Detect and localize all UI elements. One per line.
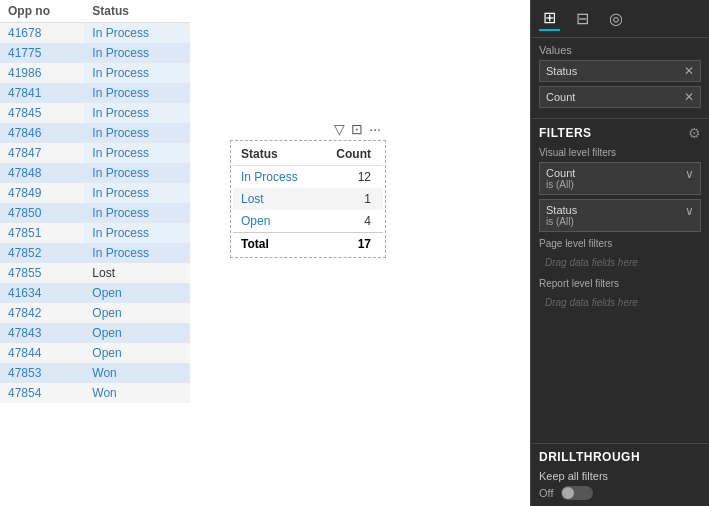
toggle-off-label: Off	[539, 487, 553, 499]
values-label: Values	[539, 44, 701, 56]
opp-no: 47846	[0, 123, 84, 143]
status-cell: In Process	[84, 43, 190, 63]
expand-icon[interactable]: ⊡	[351, 121, 363, 137]
status-cell: Open	[84, 323, 190, 343]
filters-settings-icon[interactable]: ⚙	[688, 125, 701, 141]
summary-count: 12	[321, 166, 383, 189]
status-cell: In Process	[84, 143, 190, 163]
opp-no: 41634	[0, 283, 84, 303]
summary-count: 4	[321, 210, 383, 233]
status-cell: In Process	[84, 243, 190, 263]
filters-title: FILTERS	[539, 126, 592, 140]
summary-status: Open	[233, 210, 321, 233]
status-cell: Open	[84, 283, 190, 303]
status-cell: In Process	[84, 63, 190, 83]
col-status: Status	[84, 0, 190, 23]
status-cell: Lost	[84, 263, 190, 283]
opp-no: 47848	[0, 163, 84, 183]
opp-no: 47850	[0, 203, 84, 223]
opp-no: 47853	[0, 363, 84, 383]
status-cell: In Process	[84, 103, 190, 123]
summary-status: In Process	[233, 166, 321, 189]
count-filter-chevron: ∨	[685, 167, 694, 181]
filters-header: FILTERS ⚙	[539, 125, 701, 141]
status-cell: Open	[84, 303, 190, 323]
top-icons-bar: ⊞ ⊟ ◎	[531, 0, 709, 38]
right-panel: ⊞ ⊟ ◎ Values Status ✕ Count ✕ FILTERS ⚙ …	[530, 0, 709, 506]
filters-section: FILTERS ⚙ Visual level filters Count is …	[531, 119, 709, 443]
summary-table-container: ▽ ⊡ ··· Status Count In Process12Lost1Op…	[230, 140, 386, 258]
opp-no: 47851	[0, 223, 84, 243]
count-filter-name: Count	[546, 167, 575, 179]
status-cell: In Process	[84, 123, 190, 143]
count-filter-item[interactable]: Count is (All) ∨	[539, 162, 701, 195]
summary-total-value: 17	[321, 233, 383, 256]
summary-inner-table: Status Count In Process12Lost1Open4Total…	[233, 143, 383, 255]
analytics-icon[interactable]: ◎	[605, 7, 627, 30]
status-pill-x[interactable]: ✕	[684, 64, 694, 78]
count-pill-label: Count	[546, 91, 575, 103]
count-filter-val: is (All)	[546, 179, 575, 190]
status-cell: In Process	[84, 83, 190, 103]
visual-level-label: Visual level filters	[539, 147, 701, 158]
page-drag-area: Drag data fields here	[539, 253, 701, 272]
status-cell: In Process	[84, 163, 190, 183]
summary-total-label: Total	[233, 233, 321, 256]
table-view-icon[interactable]: ⊞	[539, 6, 560, 31]
col-opp-no: Opp no	[0, 0, 84, 23]
status-cell: In Process	[84, 223, 190, 243]
opp-no: 47852	[0, 243, 84, 263]
opp-no: 47855	[0, 263, 84, 283]
status-cell: Won	[84, 363, 190, 383]
report-level-label: Report level filters	[539, 278, 701, 289]
status-cell: Open	[84, 343, 190, 363]
opp-no: 47847	[0, 143, 84, 163]
opp-no: 47845	[0, 103, 84, 123]
keep-filters-toggle[interactable]	[561, 486, 593, 500]
left-panel: Opp no Status 41678In Process41775In Pro…	[0, 0, 530, 506]
drillthrough-title: DRILLTHROUGH	[539, 450, 701, 464]
more-options-icon[interactable]: ···	[369, 121, 381, 137]
summary-col-count: Count	[321, 143, 383, 166]
status-pill-label: Status	[546, 65, 577, 77]
keep-filters-label: Keep all filters	[539, 470, 701, 482]
filter-icon[interactable]: ▽	[334, 121, 345, 137]
report-drag-area: Drag data fields here	[539, 293, 701, 312]
status-filter-val: is (All)	[546, 216, 577, 227]
opp-no: 41775	[0, 43, 84, 63]
values-section: Values Status ✕ Count ✕	[531, 38, 709, 119]
toggle-row: Off	[539, 486, 701, 500]
status-filter-name: Status	[546, 204, 577, 216]
status-cell: In Process	[84, 203, 190, 223]
status-cell: Won	[84, 383, 190, 403]
status-filter-chevron: ∨	[685, 204, 694, 218]
summary-status: Lost	[233, 188, 321, 210]
opp-no: 47842	[0, 303, 84, 323]
count-pill[interactable]: Count ✕	[539, 86, 701, 108]
opp-no: 41986	[0, 63, 84, 83]
summary-count: 1	[321, 188, 383, 210]
summary-col-status: Status	[233, 143, 321, 166]
funnel-icon[interactable]: ⊟	[572, 7, 593, 30]
status-filter-item[interactable]: Status is (All) ∨	[539, 199, 701, 232]
opp-no: 47849	[0, 183, 84, 203]
opp-no: 47841	[0, 83, 84, 103]
data-table: Opp no Status 41678In Process41775In Pro…	[0, 0, 190, 403]
opp-no: 47844	[0, 343, 84, 363]
opp-no: 47854	[0, 383, 84, 403]
count-pill-x[interactable]: ✕	[684, 90, 694, 104]
toggle-thumb	[562, 487, 574, 499]
opp-no: 41678	[0, 23, 84, 44]
drillthrough-section: DRILLTHROUGH Keep all filters Off	[531, 443, 709, 506]
status-cell: In Process	[84, 183, 190, 203]
status-cell: In Process	[84, 23, 190, 44]
opp-no: 47843	[0, 323, 84, 343]
page-level-label: Page level filters	[539, 238, 701, 249]
status-pill[interactable]: Status ✕	[539, 60, 701, 82]
summary-toolbar: ▽ ⊡ ···	[330, 119, 385, 139]
